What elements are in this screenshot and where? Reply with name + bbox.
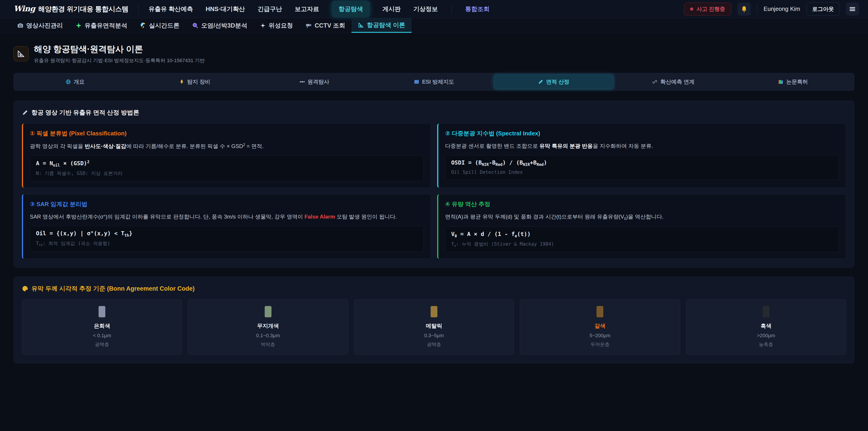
subnav-item-aerial-theory[interactable]: 항공탐색 이론 — [351, 18, 412, 33]
bonn-thickness: >200μm — [691, 333, 841, 339]
bell-icon — [741, 6, 747, 12]
star-icon — [260, 23, 266, 29]
tab-remote-sensing[interactable]: 원격탐사 — [254, 74, 374, 89]
brand[interactable]: Wing 해양환경 위기대응 통합시스템 — [13, 4, 128, 14]
formula-caption: Oil Spill Detection Index — [451, 170, 833, 175]
subnav-item-image-management[interactable]: 영상사진관리 — [11, 18, 69, 33]
subnav-item-oil-area-analysis[interactable]: 유출유면적분석 — [69, 18, 133, 33]
user-name: Eunjeong Kim — [764, 5, 800, 12]
area-methods-section: 항공 영상 기반 유출유 면적 산정 방법론 ① 픽셀 분류법 (Pixel C… — [13, 100, 855, 268]
methods-grid: ① 픽셀 분류법 (Pixel Classification) 광학 영상의 각… — [22, 123, 846, 259]
formula-caption: N: 기름 픽셀수, GSD: 지상 표본거리 — [36, 170, 418, 177]
formula-block: OSDI = (BNIR-BRed) / (BNIR+BRed) Oil Spi… — [445, 155, 839, 180]
logout-button[interactable]: 로그아웃 — [807, 2, 839, 16]
section-title-text: 항공 영상 기반 유출유 면적 산정 방법론 — [31, 109, 139, 117]
page-content: 해양 항공탐색·원격탐사 이론 유출유 원격탐지·항공감시 기법·ESI 방제정… — [0, 33, 868, 363]
method-title: ④ 유량 역산 추정 — [445, 200, 839, 208]
nav-item-weather[interactable]: 기상정보 — [413, 5, 438, 13]
nav-item-hns[interactable]: HNS·대기확산 — [206, 5, 245, 13]
bonn-name: 무지개색 — [193, 322, 343, 330]
nav-item-rescue[interactable]: 긴급구난 — [258, 5, 282, 13]
subnav-label: 위성요청 — [269, 22, 293, 30]
method-body: SAR 영상에서 후방산란계수(σ°)의 임계값 이하를 유막으로 판정합니다.… — [30, 213, 424, 221]
formula: OSDI = (BNIR-BRed) / (BNIR+BRed) — [451, 159, 833, 167]
camera-icon — [17, 22, 24, 29]
method-card-pixel-classification: ① 픽셀 분류법 (Pixel Classification) 광학 영상의 각… — [22, 123, 431, 188]
bonn-layer: 광택층 — [27, 341, 177, 348]
user-area: 사고 진행중 Eunjeong Kim 로그아웃 — [684, 2, 859, 16]
nav-item-board[interactable]: 게시판 — [382, 5, 401, 13]
pencil-icon — [22, 110, 28, 116]
incident-status-badge[interactable]: 사고 진행중 — [684, 2, 731, 16]
tab-diffusion-link[interactable]: 확산예측 연계 — [614, 74, 733, 89]
menu-button[interactable] — [846, 2, 859, 16]
sparkle-icon — [75, 22, 82, 29]
nav-item-reports[interactable]: 보고자료 — [295, 5, 319, 13]
tab-overview[interactable]: 개요 — [15, 74, 135, 89]
nav-item-aerial-search[interactable]: 항공탐색 — [332, 1, 370, 17]
method-card-volume-estimation: ④ 유량 역산 추정 면적(A)과 평균 유막 두께(d) 및 풍화 경과 시간… — [437, 194, 846, 258]
formula: V0 = A × d / (1 - fe(t)) — [451, 231, 833, 238]
formula-block: Oil = {(x,y) | σ°(x,y) < Tth} Tth: 최적 임계… — [30, 226, 424, 251]
tab-label: 논문특허 — [786, 78, 808, 86]
bonn-card-black: 흑색 >200μm 농축층 — [686, 300, 846, 355]
color-swatch — [596, 306, 603, 317]
formula: A = Noil × (GSD)2 — [36, 160, 418, 167]
bonn-card-silver-gray: 은회색 < 0.1μm 광택층 — [22, 300, 182, 355]
subnav-label: 영상사진관리 — [26, 22, 63, 30]
method-card-sar-threshold: ③ SAR 임계값 분리법 SAR 영상에서 후방산란계수(σ°)의 임계값 이… — [22, 194, 431, 258]
bonn-name: 갈색 — [525, 322, 675, 330]
magnifier-icon — [192, 22, 198, 29]
subnav-label: 유출유면적분석 — [85, 22, 127, 30]
bonn-thickness: 5~200μm — [525, 333, 675, 339]
section-title-bonn: 유막 두께 시각적 추정 기준 (Bonn Agreement Color Co… — [22, 284, 846, 293]
antenna-icon — [140, 22, 146, 29]
color-swatch — [763, 306, 770, 317]
method-card-spectral-index: ② 다중분광 지수법 (Spectral Index) 다중분광 센서로 촬영한… — [437, 123, 846, 188]
color-swatch — [265, 306, 272, 317]
set-square-icon — [17, 50, 25, 58]
books-icon — [778, 79, 783, 85]
formula-block: V0 = A × d / (1 - fe(t)) fe: 누적 증발비 (Sti… — [445, 226, 839, 252]
bonn-name: 흑색 — [691, 322, 841, 330]
tab-label: 확산예측 연계 — [660, 78, 694, 86]
subnav-label: CCTV 조회 — [315, 22, 345, 30]
tab-area-calculation[interactable]: 면적 산정 — [494, 74, 614, 89]
color-swatch — [98, 306, 105, 317]
subnav-label: 오염/선박3D분석 — [201, 22, 247, 30]
link-icon — [652, 79, 657, 85]
formula: Oil = {(x,y) | σ°(x,y) < Tth} — [36, 230, 418, 238]
bonn-card-rainbow: 무지개색 0.1~0.3μm 박막층 — [188, 300, 348, 355]
bonn-thickness: 0.3~5μm — [359, 333, 509, 339]
notification-button[interactable] — [738, 2, 751, 16]
subnav-item-cctv[interactable]: CCTV 조회 — [299, 18, 351, 33]
bonn-name: 메탈릭 — [359, 322, 509, 330]
subnav-item-pollution-3d[interactable]: 오염/선박3D분석 — [186, 18, 254, 33]
formula-block: A = Noil × (GSD)2 N: 기름 픽셀수, GSD: 지상 표본거… — [30, 155, 424, 181]
tab-papers-patents[interactable]: 논문특허 — [733, 74, 853, 89]
subnav-label: 실시간드론 — [149, 22, 180, 30]
tab-label: ESI 방제지도 — [422, 78, 454, 86]
hamburger-icon — [849, 5, 856, 13]
nav-item-spill-forecast[interactable]: 유출유 확산예측 — [149, 5, 193, 13]
tab-esi-map[interactable]: ESI 방제지도 — [374, 74, 494, 89]
incident-status-label: 사고 진행중 — [696, 5, 725, 13]
nav-item-integrated-search[interactable]: 통합조회 — [465, 5, 490, 13]
page-header: 해양 항공탐색·원격탐사 이론 유출유 원격탐지·항공감시 기법·ESI 방제정… — [13, 43, 855, 64]
tab-label: 개요 — [74, 78, 85, 86]
bonn-grid: 은회색 < 0.1μm 광택층 무지개색 0.1~0.3μm 박막층 메탈릭 0… — [22, 300, 846, 355]
tab-detection-equipment[interactable]: 탐지 장비 — [135, 74, 254, 89]
page-title: 해양 항공탐색·원격탐사 이론 — [34, 43, 205, 55]
section-title-methods: 항공 영상 기반 유출유 면적 산정 방법론 — [22, 109, 846, 117]
bonn-card-metallic: 메탈릭 0.3~5μm 광택층 — [354, 300, 514, 355]
subnav-item-realtime-drone[interactable]: 실시간드론 — [133, 18, 186, 33]
formula-caption: Tth: 최적 임계값 (국소 적응형) — [36, 240, 418, 247]
bonn-card-brown: 갈색 5~200μm 두꺼운층 — [520, 300, 680, 355]
cctv-icon — [306, 22, 312, 29]
brand-title: 해양환경 위기대응 통합시스템 — [38, 4, 128, 14]
bonn-thickness: < 0.1μm — [27, 333, 177, 339]
top-menu: 유출유 확산예측 HNS·대기확산 긴급구난 보고자료 항공탐색 게시판 기상정… — [149, 1, 490, 17]
subnav-item-satellite-request[interactable]: 위성요청 — [254, 18, 299, 33]
satellite-icon — [300, 79, 305, 85]
palette-icon — [22, 285, 28, 292]
